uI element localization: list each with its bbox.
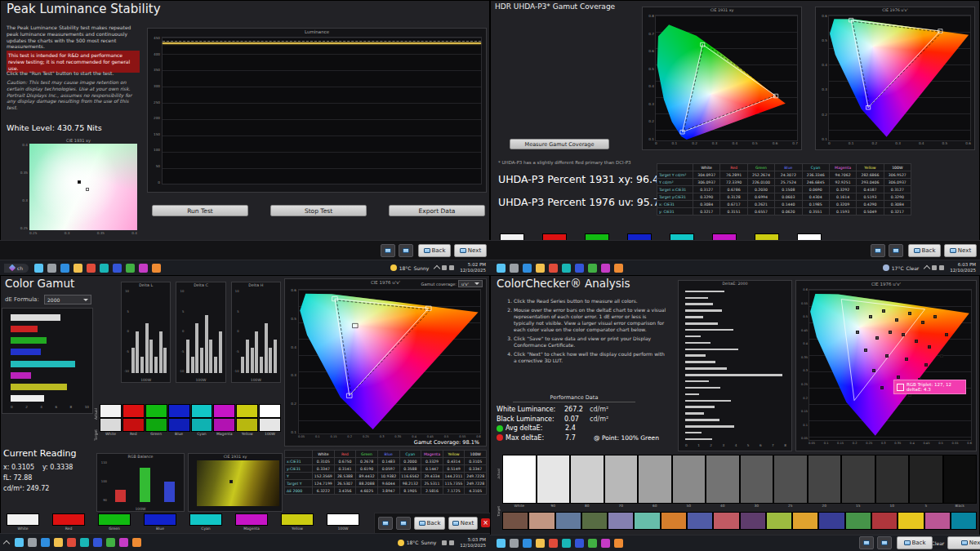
settings-icon-tile[interactable] <box>889 244 903 257</box>
colorchecker-swatch[interactable] <box>713 512 739 530</box>
clock[interactable]: 6:03 PM12/10/2025 <box>950 262 976 273</box>
target-swatch[interactable] <box>236 418 258 432</box>
actual-swatch[interactable] <box>122 404 145 418</box>
actual-swatch[interactable] <box>145 404 167 418</box>
taskbar-app-icon[interactable] <box>575 264 584 273</box>
test-button[interactable]: Stop Test <box>270 205 367 216</box>
taskbar-app-icon[interactable] <box>549 539 558 548</box>
gray-swatch[interactable] <box>773 455 808 504</box>
taskbar-app-icon[interactable] <box>575 539 584 548</box>
colorchecker-swatch[interactable] <box>792 512 818 530</box>
profile-icon-tile[interactable] <box>871 244 885 257</box>
profile-icon-tile[interactable] <box>378 517 393 530</box>
target-swatch[interactable] <box>191 418 213 432</box>
gray-swatch[interactable] <box>943 455 978 504</box>
taskbar-app-icon[interactable] <box>562 264 571 273</box>
colorchecker-swatch[interactable] <box>871 512 898 530</box>
target-swatch[interactable] <box>168 418 190 432</box>
taskbar-app-icon[interactable] <box>614 539 623 548</box>
taskbar-app-icon[interactable] <box>588 539 597 548</box>
taskbar-app-icon[interactable] <box>614 264 623 273</box>
taskbar-app-icon[interactable] <box>588 264 597 273</box>
gray-swatch[interactable] <box>570 455 604 504</box>
color-swatch[interactable] <box>235 513 268 526</box>
taskbar-app-icon[interactable] <box>549 264 558 273</box>
taskbar-app-icon[interactable] <box>34 264 43 273</box>
system-tray[interactable] <box>434 264 454 271</box>
profile-icon-tile[interactable] <box>381 244 395 257</box>
target-swatch[interactable] <box>122 418 145 432</box>
next-button[interactable]: Next <box>947 536 980 549</box>
taskbar-app-icon[interactable] <box>47 264 56 273</box>
settings-icon-tile[interactable] <box>877 536 892 549</box>
colorchecker-swatch[interactable] <box>898 512 924 530</box>
gray-swatch[interactable] <box>706 455 740 504</box>
taskbar-app-icon[interactable] <box>119 538 128 547</box>
gray-swatch[interactable] <box>875 455 910 504</box>
test-button[interactable]: Run Test <box>152 205 248 216</box>
weather-widget[interactable]: 18°CSunny <box>398 540 437 546</box>
clock[interactable]: 5:03 PM12/10/2025 <box>460 537 486 549</box>
color-swatch[interactable] <box>144 513 176 526</box>
color-swatch[interactable] <box>281 513 314 526</box>
weather-widget[interactable]: 17°CClear <box>883 264 920 271</box>
colorchecker-swatch[interactable] <box>924 512 951 530</box>
colorchecker-swatch[interactable] <box>951 512 977 530</box>
back-button[interactable]: Back <box>908 244 941 257</box>
back-button[interactable]: Back <box>414 517 445 530</box>
search-box-partial[interactable]: ch <box>4 264 29 273</box>
taskbar-app-icon[interactable] <box>28 538 37 547</box>
taskbar-app-icon[interactable] <box>93 538 102 547</box>
colorchecker-swatch[interactable] <box>634 512 660 530</box>
gray-swatch[interactable] <box>604 455 639 504</box>
colorchecker-swatch[interactable] <box>555 512 581 530</box>
gray-swatch[interactable] <box>638 455 672 504</box>
actual-swatch[interactable] <box>259 404 281 418</box>
actual-swatch[interactable] <box>236 404 258 418</box>
target-swatch[interactable] <box>145 418 167 432</box>
taskbar-app-icon[interactable] <box>100 264 109 273</box>
back-button[interactable]: Back <box>418 244 451 257</box>
colorchecker-swatch[interactable] <box>502 512 528 530</box>
colorchecker-swatch[interactable] <box>845 512 871 530</box>
taskbar-app-icon[interactable] <box>510 264 519 273</box>
color-swatch[interactable] <box>189 513 222 526</box>
taskbar-app-icon[interactable] <box>523 539 532 548</box>
actual-swatch[interactable] <box>168 404 190 418</box>
colorchecker-swatch[interactable] <box>687 512 713 530</box>
gray-swatch[interactable] <box>740 455 774 504</box>
taskbar-app-icon[interactable] <box>497 539 506 548</box>
next-button[interactable]: Next <box>944 244 977 257</box>
taskbar-app-icon[interactable] <box>80 538 89 547</box>
colorchecker-swatch[interactable] <box>581 512 608 530</box>
taskbar-app-icon[interactable] <box>113 264 122 273</box>
next-button[interactable]: Next <box>454 244 487 257</box>
color-swatch[interactable] <box>98 513 131 526</box>
taskbar-app-icon[interactable] <box>523 264 532 273</box>
taskbar-app-icon[interactable] <box>54 538 63 547</box>
close-icon[interactable]: × <box>481 518 490 527</box>
taskbar-app-icon[interactable] <box>562 539 571 548</box>
target-swatch[interactable] <box>259 418 281 432</box>
taskbar-app-icon[interactable] <box>87 264 96 273</box>
system-tray[interactable] <box>924 264 944 271</box>
back-button[interactable]: Back <box>897 536 933 549</box>
taskbar-app-icon[interactable] <box>152 264 161 273</box>
next-button[interactable]: Next <box>448 517 478 530</box>
colorchecker-swatch[interactable] <box>608 512 634 530</box>
actual-swatch[interactable] <box>191 404 213 418</box>
taskbar-app-icon[interactable] <box>41 538 50 547</box>
tray-chevron-icon[interactable] <box>3 540 10 546</box>
taskbar-app-icon[interactable] <box>60 264 69 273</box>
color-swatch[interactable] <box>7 513 39 526</box>
system-tray[interactable] <box>442 540 454 545</box>
taskbar-app-icon[interactable] <box>139 264 148 273</box>
colorchecker-swatch[interactable] <box>528 512 555 530</box>
color-swatch[interactable] <box>327 513 359 526</box>
profile-icon-tile[interactable] <box>859 536 874 549</box>
gray-swatch[interactable] <box>808 455 842 504</box>
gray-swatch[interactable] <box>909 455 943 504</box>
colorchecker-swatch[interactable] <box>818 512 844 530</box>
settings-icon-tile[interactable] <box>399 244 413 257</box>
taskbar-app-icon[interactable] <box>536 539 545 548</box>
